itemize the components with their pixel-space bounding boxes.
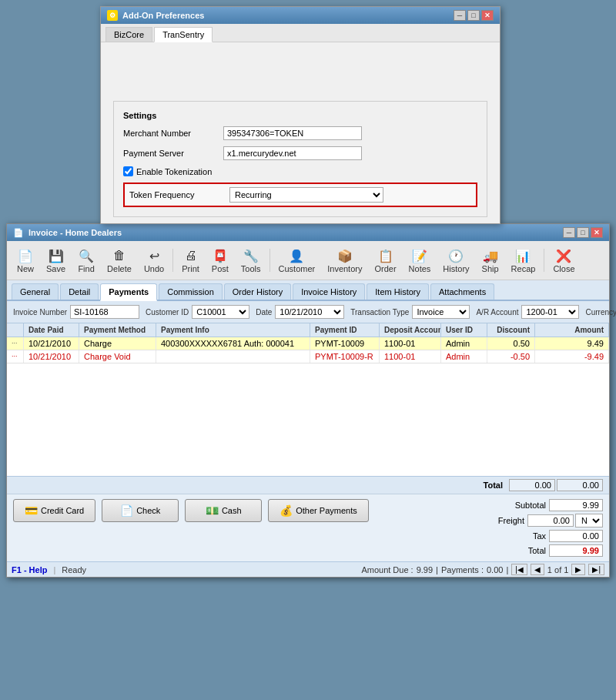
toolbar-btn-notes[interactable]: 📝 Notes — [403, 244, 437, 276]
check-button[interactable]: 📄 Check — [102, 499, 179, 522]
addon-tab-bizcore[interactable]: BizCore — [105, 27, 152, 42]
amount-due-label: Amount Due : — [361, 565, 413, 574]
invoice-close-btn[interactable]: ✕ — [591, 227, 603, 238]
payment-buttons: 💳 Credit Card 📄 Check 💵 Cash 💰 Other Pay… — [13, 499, 369, 522]
subtotal-label: Subtotal — [492, 501, 546, 510]
token-frequency-select[interactable]: Recurring — [229, 187, 383, 203]
toolbar-btn-save[interactable]: 💾 Save — [41, 244, 71, 276]
tab-detail[interactable]: Detail — [60, 283, 99, 300]
ar-account-select[interactable]: 1200-01 — [521, 305, 579, 319]
server-input[interactable] — [223, 146, 362, 160]
grand-total-row: Total — [449, 544, 603, 557]
enable-tokenization-checkbox[interactable] — [123, 166, 133, 176]
toolbar-btn-delete[interactable]: 🗑 Delete — [102, 244, 137, 276]
addon-restore-btn[interactable]: □ — [467, 10, 480, 21]
invoice-restore-btn[interactable]: □ — [577, 227, 589, 238]
freight-label: Freight — [470, 516, 524, 525]
close-icon: ❌ — [555, 247, 572, 264]
merchant-input[interactable] — [223, 126, 362, 140]
customer-id-field: Customer ID C10001 — [146, 305, 249, 319]
row1-deposit: 1100-01 — [380, 337, 441, 350]
tab-order-history[interactable]: Order History — [224, 283, 291, 300]
invoice-minimize-btn[interactable]: ─ — [563, 227, 575, 238]
invoice-window-controls: ─ □ ✕ — [563, 227, 603, 238]
row1-amount: 9.49 — [535, 337, 609, 350]
toolbar-btn-inventory[interactable]: 📦 Inventory — [322, 244, 367, 276]
row1-icon: ··· — [7, 337, 24, 350]
invoice-number-input[interactable] — [70, 305, 139, 319]
toolbar-btn-customer[interactable]: 👤 Customer — [273, 244, 321, 276]
addon-tab-transentry[interactable]: TranSentry — [154, 27, 213, 42]
total-right-input — [557, 479, 603, 491]
server-label: Payment Server — [123, 149, 223, 158]
save-icon: 💾 — [48, 247, 65, 264]
col-header-user: User ID — [441, 323, 487, 337]
status-sep: | — [53, 565, 55, 574]
toolbar-btn-order[interactable]: 📋 Order — [369, 244, 401, 276]
addon-title: Add-On Preferences — [122, 11, 204, 20]
tab-item-history[interactable]: Item History — [367, 283, 429, 300]
nav-prev-btn[interactable]: ◀ — [531, 564, 544, 575]
nav-last-btn[interactable]: ▶| — [588, 564, 604, 575]
addon-close-btn[interactable]: ✕ — [481, 10, 494, 21]
tax-input — [549, 530, 603, 542]
toolbar-btn-post[interactable]: 📮 Post — [206, 244, 234, 276]
table-row[interactable]: ··· 10/21/2010 Charge 400300XXXXXX6781 A… — [7, 337, 609, 350]
nav-next-btn[interactable]: ▶ — [571, 564, 585, 575]
toolbar-btn-recap[interactable]: 📊 Recap — [506, 244, 541, 276]
toolbar-btn-find[interactable]: 🔍 Find — [72, 244, 100, 276]
tab-attachments[interactable]: Attachments — [430, 283, 494, 300]
tab-commission[interactable]: Commission — [159, 283, 223, 300]
row2-date: 10/21/2010 — [24, 350, 79, 363]
credit-card-button[interactable]: 💳 Credit Card — [13, 499, 95, 522]
col-header-amount: Amount — [535, 323, 609, 337]
customer-id-select[interactable]: C10001 — [192, 305, 249, 319]
toolbar-btn-new[interactable]: 📄 New — [12, 244, 39, 276]
row2-discount: -0.50 — [487, 350, 535, 363]
currency-label: Currency — [585, 308, 616, 317]
toolbar-btn-tools[interactable]: 🔧 Tools — [236, 244, 266, 276]
cash-icon: 💵 — [206, 504, 219, 517]
addon-window-controls: ─ □ ✕ — [454, 10, 494, 21]
history-icon: 🕐 — [447, 247, 464, 264]
tab-payments[interactable]: Payments — [100, 283, 157, 301]
currency-field: Currency USD — [585, 305, 616, 319]
addon-minimize-btn[interactable]: ─ — [454, 10, 466, 21]
tab-general[interactable]: General — [12, 283, 59, 300]
status-sep-3: | — [506, 565, 508, 574]
freight-input[interactable] — [527, 514, 574, 527]
summary-totals: Subtotal Freight N Tax Total — [449, 499, 603, 557]
addon-title-icon: ⚙ — [107, 10, 118, 21]
date-select[interactable]: 10/21/2010 — [275, 305, 344, 319]
server-row: Payment Server — [123, 146, 477, 160]
addon-titlebar: ⚙ Add-On Preferences ─ □ ✕ — [101, 7, 500, 24]
status-help: F1 - Help — [12, 565, 47, 574]
transaction-type-select[interactable]: Invoice — [412, 305, 470, 319]
date-label: Date — [256, 308, 272, 317]
merchant-label: Merchant Number — [123, 129, 223, 138]
payments-table-body: ··· 10/21/2010 Charge 400300XXXXXX6781 A… — [7, 337, 609, 476]
enable-tokenization-label: Enable Tokenization — [136, 167, 212, 176]
toolbar-btn-print[interactable]: 🖨 Print — [176, 244, 205, 276]
merchant-row: Merchant Number — [123, 126, 477, 140]
tab-invoice-history[interactable]: Invoice History — [293, 283, 365, 300]
cash-button[interactable]: 💵 Cash — [185, 499, 262, 522]
nav-first-btn[interactable]: |◀ — [511, 564, 527, 575]
tax-label: Tax — [492, 531, 546, 541]
other-payments-button[interactable]: 💰 Other Payments — [268, 499, 368, 522]
ar-account-label: A/R Account — [476, 308, 518, 317]
freight-suffix-select[interactable]: N — [575, 514, 603, 528]
status-bar: F1 - Help | Ready Amount Due : 9.99 | Pa… — [7, 561, 609, 577]
toolbar-btn-close[interactable]: ❌ Close — [547, 244, 580, 276]
transaction-type-label: Transaction Type — [350, 308, 409, 317]
total-bar-label: Total — [484, 481, 503, 490]
toolbar-btn-ship[interactable]: 🚚 Ship — [477, 244, 504, 276]
status-sep-2: | — [436, 565, 438, 574]
invoice-title: Invoice - Home Dealers — [28, 228, 122, 237]
toolbar-btn-history[interactable]: 🕐 History — [437, 244, 474, 276]
table-row[interactable]: ··· 10/21/2010 Charge Void PYMT-10009-R … — [7, 350, 609, 363]
addon-preferences-window: ⚙ Add-On Preferences ─ □ ✕ BizCore TranS… — [100, 6, 500, 224]
invoice-nav-tabs: General Detail Payments Commission Order… — [7, 280, 609, 301]
toolbar-btn-undo[interactable]: ↩ Undo — [139, 244, 169, 276]
col-header-info: Payment Info — [156, 323, 310, 337]
